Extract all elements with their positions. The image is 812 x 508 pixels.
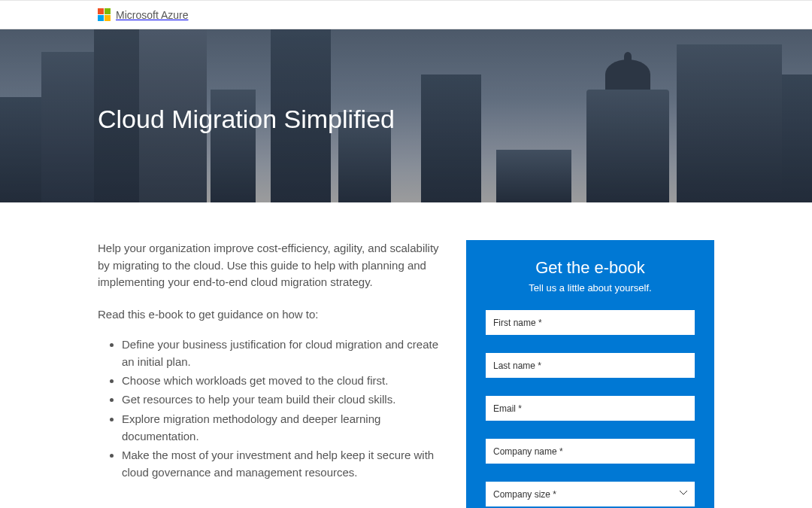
- list-item: Explore migration methodology and deeper…: [122, 410, 444, 446]
- list-item: Get resources to help your team build th…: [122, 391, 444, 408]
- article-body: Help your organization improve cost-effi…: [98, 240, 444, 508]
- email-field[interactable]: [486, 396, 695, 421]
- lead-form-panel: Get the e-book Tell us a little about yo…: [466, 240, 714, 508]
- list-item: Make the most of your investment and hel…: [122, 446, 444, 482]
- list-item: Define your business justification for c…: [122, 336, 444, 371]
- main-content: Help your organization improve cost-effi…: [0, 202, 812, 508]
- hero-banner: Cloud Migration Simplified: [0, 29, 812, 202]
- last-name-field[interactable]: [486, 353, 695, 378]
- bullet-list: Define your business justification for c…: [98, 336, 444, 482]
- form-title: Get the e-book: [486, 258, 695, 278]
- site-header: Microsoft Azure: [0, 1, 812, 29]
- intro-paragraph: Help your organization improve cost-effi…: [98, 240, 444, 291]
- company-size-select[interactable]: Company size *: [486, 482, 695, 506]
- brand-logo[interactable]: Microsoft Azure: [98, 8, 188, 21]
- page-title: Cloud Migration Simplified: [98, 105, 395, 134]
- list-item: Choose which workloads get moved to the …: [122, 372, 444, 389]
- microsoft-logo-icon: [98, 8, 111, 21]
- company-size-wrap: Company size *: [486, 482, 695, 506]
- first-name-field[interactable]: [486, 310, 695, 335]
- lead-paragraph: Read this e-book to get guidance on how …: [98, 308, 444, 321]
- company-name-field[interactable]: [486, 439, 695, 464]
- brand-text: Microsoft Azure: [116, 9, 188, 21]
- form-subtitle: Tell us a little about yourself.: [486, 282, 695, 294]
